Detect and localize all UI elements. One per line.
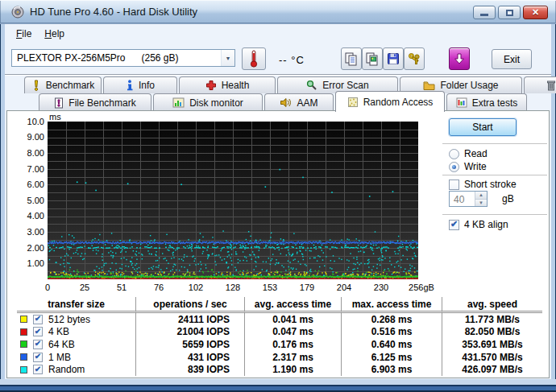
y-tick: 1.00 bbox=[15, 258, 44, 268]
maximize-icon bbox=[506, 10, 513, 16]
tab-extra-tests[interactable]: Extra tests bbox=[446, 93, 527, 111]
x-tick: 230 bbox=[363, 283, 399, 292]
y-tick: 8.00 bbox=[15, 148, 44, 158]
temperature-readout: -- °C bbox=[279, 54, 305, 66]
y-tick: 7.00 bbox=[15, 164, 44, 174]
avg-cell: 0.176 ms bbox=[245, 338, 342, 351]
series-color-swatch bbox=[20, 353, 27, 361]
copy-text-button[interactable] bbox=[341, 47, 362, 70]
tab-info[interactable]: Info bbox=[103, 76, 177, 93]
start-button[interactable]: Start bbox=[449, 118, 517, 136]
tab-disk-monitor[interactable]: Disk monitor bbox=[153, 93, 263, 111]
drive-selector[interactable]: PLEXTOR PX-256M5Pro (256 gB) ▼ bbox=[11, 49, 235, 67]
window-frame-bottom bbox=[0, 379, 556, 392]
series-checkbox[interactable] bbox=[33, 353, 43, 362]
copy-image-button[interactable] bbox=[362, 47, 383, 70]
temperature-button[interactable] bbox=[242, 47, 266, 70]
stroke-size-unit: gB bbox=[502, 193, 514, 204]
table-row-legend: Random bbox=[17, 363, 136, 376]
series-label: 512 bytes bbox=[48, 314, 90, 325]
x-tick: 51 bbox=[104, 283, 139, 292]
x-tick: 0 bbox=[30, 283, 65, 292]
x-tick: 256gB bbox=[404, 283, 439, 292]
extra-tests-icon bbox=[456, 97, 467, 108]
x-tick: 204 bbox=[326, 283, 362, 292]
separator bbox=[442, 143, 547, 145]
stroke-size-input[interactable]: 40 ▲ ▼ bbox=[449, 191, 488, 207]
y-tick: 5.00 bbox=[15, 196, 44, 205]
trash-icon bbox=[546, 80, 556, 91]
tab-benchmark[interactable]: Benchmark bbox=[24, 76, 102, 93]
write-radio[interactable] bbox=[449, 162, 459, 172]
thermometer-icon bbox=[248, 50, 259, 68]
series-color-swatch bbox=[20, 328, 27, 336]
series-checkbox[interactable] bbox=[33, 327, 43, 336]
x-tick: 153 bbox=[252, 283, 288, 292]
minimize-button[interactable] bbox=[473, 6, 496, 19]
series-checkbox[interactable] bbox=[33, 340, 43, 349]
register-button[interactable] bbox=[404, 47, 425, 70]
ops-cell: 431 IOPS bbox=[136, 351, 245, 364]
y-tick: 2.00 bbox=[15, 243, 44, 253]
exit-button[interactable]: Exit bbox=[492, 49, 532, 69]
results-table: transfer size operations / sec avg. acce… bbox=[17, 297, 542, 376]
speed-cell: 431.570 MB/s bbox=[442, 351, 542, 364]
table-row-legend: 4 KB bbox=[17, 326, 136, 339]
y-tick: 9.00 bbox=[15, 132, 44, 142]
window-title: HD Tune Pro 4.60 - Hard Disk Utility bbox=[30, 6, 197, 18]
read-label: Read bbox=[464, 148, 488, 159]
kb-align-checkbox[interactable] bbox=[449, 220, 459, 230]
series-label: Random bbox=[48, 364, 85, 375]
series-checkbox[interactable] bbox=[33, 315, 43, 324]
random-access-icon bbox=[347, 97, 359, 108]
save-icon bbox=[386, 52, 400, 66]
x-tick: 179 bbox=[289, 283, 325, 292]
tab-erase[interactable]: Erase bbox=[524, 76, 556, 93]
spin-up-icon[interactable]: ▲ bbox=[475, 192, 487, 200]
benchmark-icon bbox=[31, 80, 41, 91]
save-button[interactable] bbox=[383, 47, 404, 70]
app-disk-icon bbox=[11, 6, 24, 19]
menu-bar: File Help bbox=[5, 24, 551, 43]
y-tick: 10.0 bbox=[15, 117, 44, 126]
file-benchmark-icon bbox=[54, 97, 64, 109]
series-checkbox[interactable] bbox=[33, 365, 43, 374]
speaker-icon bbox=[280, 97, 292, 108]
max-cell: 6.125 ms bbox=[342, 351, 442, 364]
ops-cell: 839 IOPS bbox=[136, 363, 245, 376]
col-header: transfer size bbox=[17, 297, 136, 313]
tab-aam[interactable]: AAM bbox=[264, 93, 334, 111]
separator bbox=[442, 175, 547, 176]
speed-cell: 353.691 MB/s bbox=[442, 338, 542, 351]
avg-cell: 0.041 ms bbox=[245, 313, 342, 326]
max-cell: 6.903 ms bbox=[342, 363, 442, 376]
update-button[interactable] bbox=[449, 47, 470, 70]
y-axis-unit: ms bbox=[49, 112, 61, 122]
separator bbox=[442, 214, 547, 216]
ops-cell: 24111 IOPS bbox=[136, 313, 245, 326]
magnifier-icon bbox=[306, 80, 317, 91]
tab-random-access[interactable]: Random Access bbox=[335, 91, 445, 112]
series-label: 64 KB bbox=[48, 339, 75, 350]
y-tick: 4.00 bbox=[15, 211, 44, 221]
tab-strip: Benchmark Info Health Error Scan Folder … bbox=[5, 75, 551, 110]
short-stroke-checkbox[interactable] bbox=[449, 179, 459, 190]
series-label: 1 MB bbox=[48, 352, 71, 363]
series-color-swatch bbox=[20, 366, 27, 373]
tab-file-benchmark[interactable]: File Benchmark bbox=[39, 93, 151, 111]
max-cell: 0.516 ms bbox=[342, 326, 442, 339]
minimize-icon bbox=[480, 14, 488, 16]
spin-down-icon[interactable]: ▼ bbox=[475, 200, 487, 207]
stroke-size-value: 40 bbox=[450, 192, 475, 206]
x-tick: 128 bbox=[215, 283, 251, 292]
menu-help[interactable]: Help bbox=[38, 26, 71, 42]
chevron-down-icon: ▼ bbox=[221, 50, 234, 66]
read-radio[interactable] bbox=[449, 149, 459, 159]
copy-icon bbox=[344, 52, 359, 66]
menu-file[interactable]: File bbox=[10, 26, 38, 42]
close-button[interactable]: ✕ bbox=[523, 6, 548, 19]
copy-image-icon bbox=[365, 52, 380, 66]
toolbar: PLEXTOR PX-256M5Pro (256 gB) ▼ -- °C bbox=[5, 43, 551, 75]
maximize-button[interactable] bbox=[498, 6, 521, 19]
tab-health[interactable]: Health bbox=[179, 76, 276, 93]
